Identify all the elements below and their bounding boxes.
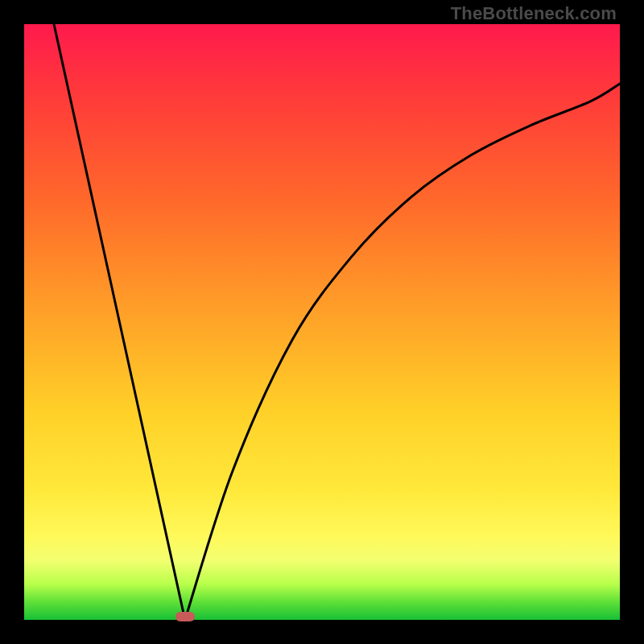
curve-left-branch [54,24,185,620]
valley-marker [175,612,195,621]
watermark-text: TheBottleneck.com [451,3,617,24]
chart-frame: TheBottleneck.com [0,0,644,644]
bottleneck-curve-svg [24,24,620,620]
plot-area [24,24,620,620]
curve-right-branch [185,84,620,620]
